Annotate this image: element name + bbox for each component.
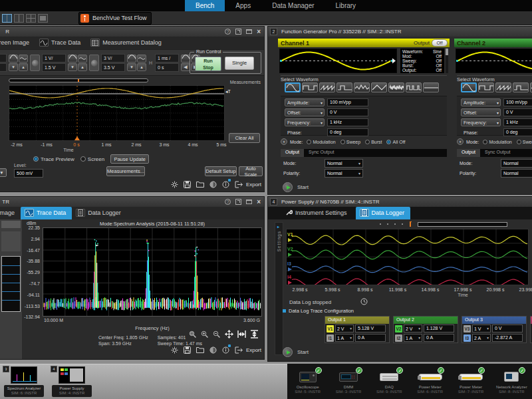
layout-single-icon[interactable]	[2, 14, 12, 23]
instrument-network-analyzer[interactable]: ✓ Network Analyzer SIM::8::INSTR	[492, 369, 531, 394]
param-dropdown[interactable]: Amplitude:▾	[285, 98, 325, 106]
waveform-prbs-button[interactable]	[406, 82, 422, 92]
nav-tab-library[interactable]: Library	[325, 0, 367, 11]
layout-full-icon[interactable]	[38, 14, 48, 23]
timebase-scale[interactable]: 1 ms /0 s	[155, 54, 179, 72]
tab-trace-data[interactable]: Trace Data	[35, 37, 86, 49]
benchvue-test-flow-button[interactable]: BenchVue Test Flow	[78, 12, 152, 25]
tab-measurement-datalog[interactable]: Measurement Datalog	[86, 37, 168, 49]
output-tab-output[interactable]: Output	[457, 149, 480, 157]
start-button[interactable]	[283, 182, 293, 192]
trace-badge-I2[interactable]: I2	[395, 334, 402, 342]
timeline-window[interactable]	[418, 222, 507, 227]
decrease-button[interactable]: ▾	[9, 63, 18, 71]
save-icon[interactable]	[184, 181, 191, 188]
single-button[interactable]: Single	[225, 57, 254, 70]
export-label[interactable]: Export	[246, 182, 261, 188]
waveform-square-button[interactable]	[302, 82, 318, 92]
waveform-triangle-button[interactable]	[371, 82, 387, 92]
param-dropdown[interactable]: Frequency:▾	[285, 118, 325, 126]
popout-icon[interactable]	[235, 199, 241, 205]
fit-all-icon[interactable]	[225, 329, 233, 341]
screenshot-icon[interactable]	[209, 181, 217, 188]
mode-radio-sweep[interactable]: Sweep	[517, 140, 532, 144]
instrument-daq[interactable]: ✓ DAQ SIM::9::INSTR	[370, 369, 408, 394]
run-stop-button[interactable]: RunStop	[195, 57, 221, 71]
measurements-button[interactable]: Measurements...	[106, 166, 145, 176]
trace-list[interactable]	[1, 256, 21, 312]
range-select[interactable]: 2 V▾	[404, 325, 422, 332]
output-select[interactable]: Normal▾	[501, 169, 532, 178]
trace-list-item[interactable]	[2, 265, 20, 274]
output-tab-output[interactable]: Output	[281, 149, 304, 157]
timebase-scrollbar[interactable]	[9, 78, 148, 82]
increase-button[interactable]: ▴	[78, 63, 87, 71]
close-icon[interactable]: ×	[257, 29, 261, 35]
range-select[interactable]: 2 V▾	[335, 325, 354, 332]
mode-expand-button[interactable]: ▾	[281, 138, 287, 145]
docked-instrument-power-supply[interactable]: 4 Power SupplySIM::4::INSTR	[51, 366, 93, 398]
maximize-icon[interactable]	[246, 200, 252, 204]
trace-list-item[interactable]	[2, 283, 20, 291]
help-icon[interactable]: ?	[225, 29, 231, 35]
radio-screen[interactable]: Screen	[80, 156, 104, 162]
decrease-button[interactable]: ▾	[68, 63, 77, 71]
nav-tab-bench[interactable]: Bench	[185, 0, 225, 11]
increase-button[interactable]: ▴	[137, 63, 146, 71]
nav-tab-apps[interactable]: Apps	[225, 0, 261, 11]
output-select[interactable]: Normal▾	[325, 159, 363, 168]
ac-coupling-icon[interactable]	[78, 55, 87, 63]
settings-strip[interactable]: ▸Settings	[275, 222, 283, 355]
layout-two-pane-icon[interactable]	[14, 14, 24, 23]
zoom-out-icon[interactable]	[213, 329, 221, 341]
trigger-source-dropdown[interactable]: ▾	[0, 168, 7, 177]
waveform-coupling-icon[interactable]	[68, 55, 77, 63]
waveform-ramp-button[interactable]	[319, 82, 335, 92]
settings-gear-icon[interactable]	[171, 346, 178, 354]
param-value-field[interactable]: 0 deg	[503, 128, 532, 136]
range-select[interactable]: 2 A▾	[472, 334, 491, 342]
waveform-coupling-icon[interactable]	[9, 55, 18, 63]
output-select[interactable]: Normal▾	[325, 169, 363, 178]
start-button[interactable]	[283, 347, 293, 357]
param-value-field[interactable]: 1 kHz	[327, 118, 368, 126]
nav-tab-data-manager[interactable]: Data Manager	[261, 0, 325, 11]
tab-data-logger[interactable]: Data Logger	[356, 207, 411, 219]
pan-left-button[interactable]: ◀	[181, 63, 190, 71]
channel-2-knob[interactable]	[89, 55, 99, 71]
range-select[interactable]: 1 A▾	[404, 334, 422, 342]
output-tab-sync-output[interactable]: Sync Output	[480, 149, 515, 157]
screenshot-icon[interactable]	[209, 346, 217, 354]
waveform-dc-button[interactable]	[423, 82, 439, 92]
tab-trace-data[interactable]: Trace Data	[21, 207, 72, 219]
waveform-coupling-icon[interactable]	[127, 55, 136, 63]
ac-coupling-icon[interactable]	[19, 55, 28, 63]
channel-1-scale[interactable]: 1 V/1.5 V	[42, 54, 66, 72]
output-select[interactable]: Normal▾	[501, 159, 532, 168]
mode-radio-modulation[interactable]: Modulation	[307, 140, 335, 144]
folder-icon[interactable]	[196, 346, 204, 353]
range-select[interactable]: 1 V▾	[472, 325, 491, 332]
param-dropdown[interactable]: Offset:▾	[285, 108, 325, 116]
trigger-marker[interactable]: ◂T	[225, 89, 231, 94]
info-icon[interactable]	[222, 346, 229, 354]
output-tab-sync-output[interactable]: Sync Output	[304, 149, 339, 157]
channel-scrollbar[interactable]	[446, 49, 448, 73]
mode-radio-sweep[interactable]: Sweep	[340, 140, 360, 144]
waveform-noise-button[interactable]	[388, 82, 404, 92]
save-icon[interactable]	[184, 346, 191, 354]
tab-data-logger[interactable]: Data Logger	[72, 207, 127, 219]
param-value-field[interactable]: 1 kHz	[503, 118, 532, 126]
level-value-field[interactable]: 500 mV	[14, 169, 43, 178]
waveform-pulse-button[interactable]	[336, 82, 352, 92]
mode-radio-modulation[interactable]: Modulation	[483, 140, 511, 144]
param-value-field[interactable]: 0 deg	[327, 128, 368, 136]
layout-grid-icon[interactable]	[26, 14, 36, 23]
instrument-power-meter[interactable]: ✓ Power Meter SIM::7::INSTR	[452, 369, 490, 394]
radio-trace-preview[interactable]: Trace Preview	[33, 156, 74, 162]
instrument-dmm[interactable]: ✓ DMM SIM::3::INSTR	[329, 369, 368, 394]
trace-list-item[interactable]	[2, 300, 20, 309]
mode-expand-button[interactable]: ▾	[457, 138, 464, 145]
channel-0-scale[interactable]: 1 V/5 V	[0, 54, 7, 72]
help-icon[interactable]: ?	[225, 199, 231, 205]
